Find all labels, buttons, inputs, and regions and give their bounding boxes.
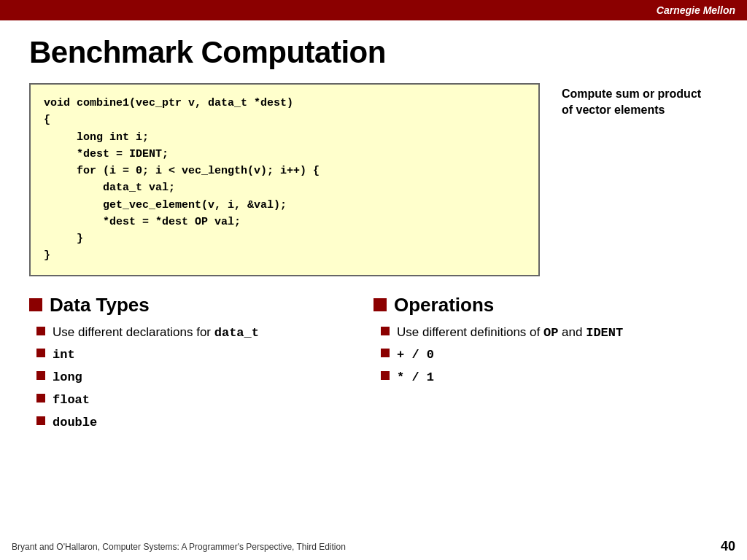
bullet-text: + / 0 xyxy=(397,346,703,364)
bullet-icon xyxy=(381,327,390,335)
bullet-icon xyxy=(36,416,45,425)
bullet-text: Use different declarations for data_t xyxy=(53,324,359,342)
code-line-1: void combine1(vec_ptr v, data_t *dest) xyxy=(44,95,525,112)
list-item: float xyxy=(36,391,359,409)
footer: Bryant and O'Hallaron, Computer Systems:… xyxy=(0,539,747,554)
bullet-icon xyxy=(36,349,45,357)
code-block: void combine1(vec_ptr v, data_t *dest) {… xyxy=(29,83,540,276)
bullet-text: double xyxy=(53,413,359,432)
list-item: * / 1 xyxy=(381,368,703,386)
code-line-9: } xyxy=(44,230,525,247)
operations-label: Operations xyxy=(394,294,494,316)
carnegie-mellon-logo: Carnegie Mellon xyxy=(657,4,735,16)
operations-list: Use different definitions of OP and IDEN… xyxy=(374,324,703,386)
data-types-label: Data Types xyxy=(50,294,150,316)
bullet-text: int xyxy=(53,346,359,364)
code-line-4: *dest = IDENT; xyxy=(44,146,525,163)
bullet-text: * / 1 xyxy=(397,368,703,386)
bullet-text: float xyxy=(53,391,359,409)
bullets-section: Data Types Use different declarations fo… xyxy=(29,294,718,436)
list-item: double xyxy=(36,413,359,432)
code-line-3: long int i; xyxy=(44,129,525,146)
footer-citation: Bryant and O'Hallaron, Computer Systems:… xyxy=(12,542,346,552)
operations-heading: Operations xyxy=(374,294,703,316)
data-types-heading: Data Types xyxy=(29,294,359,316)
code-comment: Compute sum or product of vector element… xyxy=(562,83,708,119)
page-title: Benchmark Computation xyxy=(29,35,718,70)
bullet-icon xyxy=(36,394,45,402)
list-item: int xyxy=(36,346,359,364)
code-line-8: *dest = *dest OP val; xyxy=(44,214,525,230)
code-line-7: get_vec_element(v, i, &val); xyxy=(44,197,525,214)
bullet-text: long xyxy=(53,368,359,386)
footer-page-number: 40 xyxy=(721,539,735,554)
data-types-icon xyxy=(29,298,42,311)
code-line-5: for (i = 0; i < vec_length(v); i++) { xyxy=(44,163,525,179)
bullet-icon xyxy=(36,327,45,335)
data-types-column: Data Types Use different declarations fo… xyxy=(29,294,374,436)
code-section: void combine1(vec_ptr v, data_t *dest) {… xyxy=(29,83,718,276)
list-item: + / 0 xyxy=(381,346,703,364)
operations-icon xyxy=(374,298,387,311)
data-types-list: Use different declarations for data_t in… xyxy=(29,324,359,432)
bullet-icon xyxy=(36,371,45,380)
bullet-text: Use different definitions of OP and IDEN… xyxy=(397,324,703,342)
bullet-icon xyxy=(381,371,390,380)
top-bar: Carnegie Mellon xyxy=(0,0,747,20)
code-line-10: } xyxy=(44,247,525,264)
code-line-6: data_t val; xyxy=(44,179,525,196)
list-item: Use different declarations for data_t xyxy=(36,324,359,342)
list-item: long xyxy=(36,368,359,386)
operations-column: Operations Use different definitions of … xyxy=(374,294,718,436)
main-content: Benchmark Computation void combine1(vec_… xyxy=(0,20,747,450)
list-item: Use different definitions of OP and IDEN… xyxy=(381,324,703,342)
bullet-icon xyxy=(381,349,390,357)
code-line-2: { xyxy=(44,112,525,128)
